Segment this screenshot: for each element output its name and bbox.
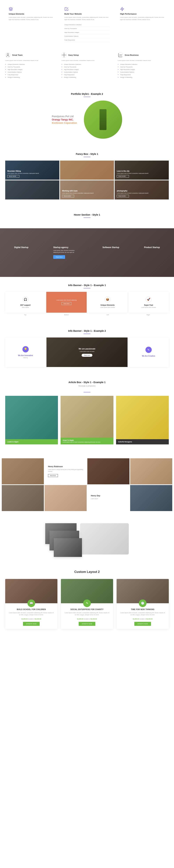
feature-title: Unique Elements <box>9 13 54 15</box>
read-more-button[interactable]: Read More <box>48 474 58 477</box>
hover-title: Product Startup <box>144 246 160 249</box>
donation-title: BUILD SCHOOL FOR CHILDREN <box>8 609 54 610</box>
hover-item[interactable]: Software Startup <box>102 246 119 259</box>
read-more-button[interactable]: Read More <box>53 255 65 259</box>
article-card[interactable]: Leads to Signs <box>5 396 58 444</box>
brush-icon <box>65 7 69 11</box>
feat-desc: Lorem ipsum dolor sit amet, consectetur … <box>118 60 169 61</box>
team-photo[interactable] <box>130 458 172 484</box>
feat-title: Grow Business <box>125 54 139 56</box>
info-card[interactable]: 📦 Unique Elements Lorem ipsum dolor sit … <box>88 292 128 313</box>
read-more-button[interactable]: Read more <box>82 354 93 357</box>
donation-title: SOCIAL ENTERPRISE FOR CHARITY <box>64 609 110 610</box>
feature-card-performance: High Performance Lorem ipsum dolor sit a… <box>117 3 169 45</box>
layers-icon <box>9 7 13 11</box>
fancy-item[interactable] <box>5 180 59 199</box>
info-card[interactable]: 🚀 Super Fast Lorem ipsum dolor sit amet <box>128 292 169 313</box>
read-more-button[interactable]: READ MORE → <box>62 195 74 197</box>
article-desc: Lorem ipsum dolor sit amet consectetur a… <box>63 441 111 443</box>
divider <box>83 97 91 97</box>
clock-icon: 🕐 <box>139 599 147 607</box>
read-more-button[interactable]: Read More <box>61 302 72 305</box>
donate-button[interactable]: DONATE NOW <box>79 622 95 626</box>
svg-point-0 <box>7 53 8 55</box>
client-name[interactable]: KiviGreen Coporation <box>52 122 77 124</box>
list-item: High Resolution Images <box>65 31 109 34</box>
team-photo[interactable] <box>2 458 44 484</box>
feat-list: Unique Elements Collection Used by Thous… <box>5 63 56 79</box>
bulb-icon: 💡 <box>22 346 29 352</box>
donation-image: ✎ <box>61 579 113 603</box>
list-item: Customization Options <box>118 71 169 73</box>
donate-button[interactable]: DONATE NOW <box>134 622 151 626</box>
users-icon <box>5 53 10 58</box>
section-title-fancy: Fancy Box - Style 1 <box>0 153 174 155</box>
feat-col-grow: Grow Business Lorem ipsum dolor sit amet… <box>118 53 169 79</box>
hover-item[interactable]: Startup agency Lorem ipsum dolor sit ame… <box>53 246 78 259</box>
donate-button[interactable]: DONATE NOW <box>23 622 40 626</box>
info2-card-left[interactable]: 💡 We Are Innovative Used by <box>5 338 46 367</box>
gear-icon <box>61 53 67 58</box>
article-image <box>116 396 169 439</box>
list-item: Customization Options <box>5 71 56 73</box>
article-title: Colorful Hexagons <box>118 441 132 443</box>
team-info: Henry Robinson Lorem Ipsum is simply dum… <box>45 458 86 484</box>
list-item: Fully Responsive <box>118 73 169 76</box>
feat-list: Unique Elements Collection Used by Thous… <box>118 63 169 79</box>
client-name[interactable]: Pomijuices Pvt Ltd <box>52 115 77 118</box>
team-photo[interactable] <box>130 485 172 511</box>
team-photo[interactable] <box>88 458 129 484</box>
fancy-item[interactable]: Love in the city Lorem ipsum dolor sit a… <box>115 161 169 180</box>
list-item: Design & Marketing <box>118 76 169 79</box>
bolt-icon <box>120 7 124 11</box>
fancy-title: photography <box>117 190 167 192</box>
info2-title: We Are Innovative <box>18 354 33 356</box>
fancy-item[interactable]: Working with team Lorem ipsum dolor sit … <box>60 180 114 199</box>
fancy-item[interactable]: Mountain Hiking Lorem ipsum dolor sit am… <box>5 161 59 180</box>
laptop-mockup <box>80 523 129 555</box>
fancy-item[interactable]: photography Lorem ipsum dolor sit amet c… <box>115 180 169 199</box>
portfolio-row: Pomijuices Pvt Ltd Orangy Tangy INC. Kiv… <box>2 100 172 139</box>
feature-list: Unique Elements Collection Used by Thous… <box>65 23 109 42</box>
hover-item[interactable]: Digital Startup <box>14 246 28 259</box>
section-title-custom2: Custom Layout 2 <box>0 570 174 574</box>
hover-title: Startup agency <box>53 246 78 249</box>
team-desc: Lorem Ipsum <box>91 498 126 500</box>
client-name[interactable]: Orangy Tangy INC. <box>52 118 77 121</box>
info2-card-right[interactable]: ✎ We Are Creative <box>128 338 169 367</box>
layers-icon: 📦 <box>105 297 110 302</box>
info-title: Unique Elements <box>100 304 115 306</box>
list-item: Unique Elements Collection <box>118 63 169 66</box>
section-title-portfolio: Portfolio Style1 - Example 2 <box>0 93 174 95</box>
article-title: Leads to Signs <box>7 441 19 443</box>
info-desc: Lorem ipsum dolor sit amet adipiscing <box>56 300 77 301</box>
feature-columns: Great Team Lorem ipsum dolor sit amet, c… <box>5 49 169 86</box>
info-card[interactable]: 🎧 24/7 support Dolor mauris <box>5 292 46 313</box>
donation-meta: $1,850.00 donated of $2,400.00 <box>8 618 54 620</box>
read-more-button[interactable]: READ MORE → <box>117 195 129 197</box>
article-bar: Great To Begin Lorem ipsum dolor sit ame… <box>60 438 113 444</box>
feat-col-team: Great Team Lorem ipsum dolor sit amet, c… <box>5 53 56 79</box>
article-card[interactable]: Colorful Hexagons <box>116 396 169 444</box>
info-desc: Lorem ipsum dolor sit amet <box>141 307 156 308</box>
feat-desc: Lorem ipsum dolor sit amet, consectetur … <box>5 60 56 61</box>
read-more-button[interactable]: READ MORE → <box>7 175 19 178</box>
list-item: High Resolution Images <box>61 68 113 71</box>
section-title-info2: Info Banner - Style 1 - Example 2 <box>0 330 174 332</box>
article-card[interactable]: Great To Begin Lorem ipsum dolor sit ame… <box>60 396 113 444</box>
team-photo[interactable] <box>45 485 86 511</box>
info2-card-mid[interactable]: We are passionate Lorem ipsum dolor sit … <box>47 338 127 367</box>
read-more-button[interactable]: READ MORE → <box>117 175 129 178</box>
fancy-item[interactable] <box>60 161 114 180</box>
donation-title: TIME FOR NEW THINKING <box>120 609 166 610</box>
info-title: Super Fast <box>144 304 153 306</box>
team-photo[interactable] <box>2 485 44 511</box>
list-item: High Resolution Images <box>118 68 169 71</box>
list-item: Fully Responsive <box>61 73 113 76</box>
hover-item[interactable]: Product Startup <box>144 246 160 259</box>
image-stack <box>45 523 77 558</box>
info-card-active[interactable]: Lorem ipsum dolor sit amet adipiscing Re… <box>46 292 86 313</box>
info2-desc: Lorem ipsum dolor sit amet <box>80 351 94 352</box>
info-desc: Lorem ipsum dolor sit amet <box>100 307 115 308</box>
chart-icon <box>118 53 123 58</box>
